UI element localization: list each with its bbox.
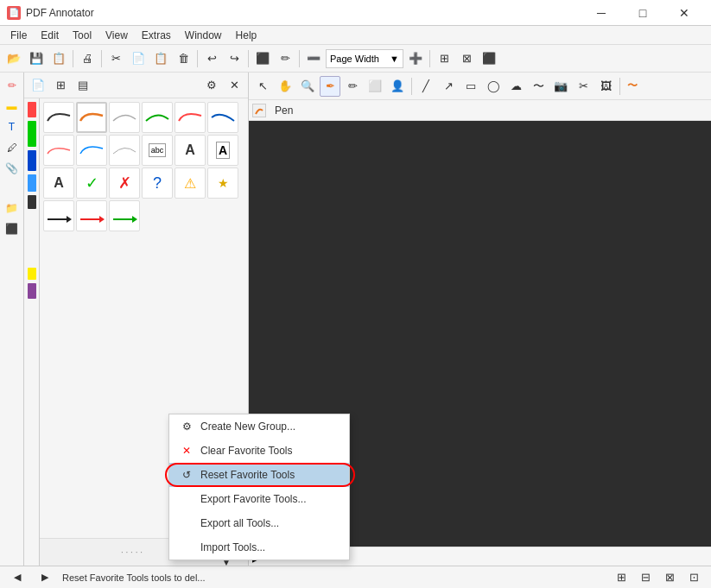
- status-icon3[interactable]: ⊠: [659, 567, 680, 588]
- status-icon1[interactable]: ⊞: [611, 567, 632, 588]
- fav-item-star[interactable]: ★: [207, 168, 238, 199]
- person-tool-button[interactable]: 👤: [387, 76, 408, 97]
- redo-button[interactable]: ↪: [224, 48, 244, 69]
- fav-item[interactable]: [76, 102, 107, 133]
- print-button[interactable]: 🖨: [77, 48, 98, 69]
- undo-button[interactable]: ↩: [201, 48, 222, 69]
- dropdown-clear-favorite-tools[interactable]: ✕ Clear Favorite Tools: [169, 439, 349, 463]
- panel-new-button[interactable]: 📄: [28, 75, 48, 96]
- fav-item[interactable]: [76, 135, 107, 166]
- ellipse-tool-button[interactable]: ◯: [483, 76, 504, 97]
- pen-swatch-red[interactable]: [28, 102, 36, 117]
- fav-item[interactable]: [43, 102, 74, 133]
- fav-item[interactable]: [109, 135, 140, 166]
- marker-button[interactable]: ✏: [275, 48, 295, 69]
- arrow-tool-button[interactable]: ↗: [438, 76, 459, 97]
- fav-item-arrow-black[interactable]: [43, 200, 74, 231]
- pen-swatch-purple[interactable]: [28, 283, 36, 299]
- select-tool-button[interactable]: ↖: [252, 76, 273, 97]
- open-button[interactable]: 📂: [3, 48, 24, 69]
- crop-tool-button[interactable]: ✂: [573, 76, 594, 97]
- fav-item[interactable]: [43, 135, 74, 166]
- page-width-label: Page Width: [330, 54, 379, 64]
- freeform-tool-button[interactable]: 〜: [528, 76, 549, 97]
- folder-icon[interactable]: 📁: [3, 199, 22, 218]
- image-tool-button[interactable]: 🖼: [595, 76, 616, 97]
- fav-item-textbox[interactable]: abc: [142, 135, 173, 166]
- paste-button[interactable]: 📋: [150, 48, 171, 69]
- fav-item-text-a-box[interactable]: A: [207, 135, 238, 166]
- menu-help[interactable]: Help: [229, 28, 264, 43]
- fav-item-check[interactable]: ✓: [76, 168, 107, 199]
- status-back-button[interactable]: ◀: [7, 567, 28, 588]
- pencil-tool-button[interactable]: ✏: [342, 76, 363, 97]
- hand-tool-button[interactable]: ✋: [275, 76, 295, 97]
- minimize-button[interactable]: ─: [581, 0, 621, 26]
- fav-item[interactable]: [175, 102, 206, 133]
- view1-button[interactable]: ⊞: [434, 48, 454, 69]
- fav-item-warning[interactable]: ⚠: [175, 168, 206, 199]
- pen-tool-button[interactable]: ✒: [320, 76, 340, 97]
- fav-item-text-bold[interactable]: A: [43, 168, 74, 199]
- menu-window[interactable]: Window: [178, 28, 229, 43]
- fav-item-cross[interactable]: ✗: [109, 168, 140, 199]
- pen-swatch-blue[interactable]: [28, 150, 36, 171]
- menu-file[interactable]: File: [3, 28, 34, 43]
- fav-item-arrow-red[interactable]: [76, 200, 107, 231]
- stamp-button[interactable]: ⬛: [252, 48, 273, 69]
- delete-button[interactable]: 🗑: [173, 48, 194, 69]
- close-button[interactable]: ✕: [664, 0, 704, 26]
- cut-button[interactable]: ✂: [105, 48, 126, 69]
- zoom-tool-button[interactable]: 🔍: [297, 76, 318, 97]
- save2-button[interactable]: 📋: [48, 48, 69, 69]
- dropdown-export-all-tools[interactable]: Export all Tools...: [169, 511, 349, 535]
- line-tool-button[interactable]: ╱: [416, 76, 436, 97]
- stamp-icon[interactable]: 🖊: [3, 138, 22, 157]
- view2-button[interactable]: ⊠: [456, 48, 477, 69]
- pen-swatch-yellow[interactable]: [28, 268, 36, 280]
- view3-button[interactable]: ⬛: [479, 48, 499, 69]
- panel-close-button[interactable]: ✕: [224, 75, 244, 96]
- text-icon[interactable]: T: [3, 117, 22, 136]
- attach-icon[interactable]: 📎: [3, 159, 22, 178]
- zoom-out-button[interactable]: ➖: [303, 48, 324, 69]
- panel-settings-button[interactable]: ⚙: [201, 75, 222, 96]
- fav-item[interactable]: [142, 102, 173, 133]
- status-right-icons: ⊞ ⊟ ⊠ ⊡: [611, 567, 704, 588]
- pen-icon[interactable]: ✏: [3, 76, 22, 95]
- status-icon2[interactable]: ⊟: [635, 567, 656, 588]
- menu-view[interactable]: View: [98, 28, 135, 43]
- dropdown-import-tools[interactable]: Import Tools...: [169, 535, 349, 560]
- pen-swatch-green[interactable]: [28, 121, 36, 147]
- camera-tool-button[interactable]: 📷: [550, 76, 571, 97]
- svg-marker-3: [99, 216, 105, 223]
- menu-edit[interactable]: Edit: [34, 28, 66, 43]
- dropdown-label: Export all Tools...: [200, 517, 279, 529]
- menu-extras[interactable]: Extras: [135, 28, 178, 43]
- panel-view2-button[interactable]: ▤: [73, 75, 93, 96]
- highlight-icon[interactable]: ▬: [3, 97, 22, 116]
- dropdown-reset-favorite-tools[interactable]: ↺ Reset Favorite Tools: [169, 463, 349, 487]
- save-button[interactable]: 💾: [26, 48, 47, 69]
- dropdown-create-new-group[interactable]: ⚙ Create New Group...: [169, 414, 349, 439]
- pen-swatch-lblue[interactable]: [28, 174, 36, 192]
- status-icon4[interactable]: ⊡: [683, 567, 704, 588]
- pen-indicator[interactable]: [252, 104, 266, 117]
- fav-item[interactable]: [207, 102, 238, 133]
- pen-swatch-dark[interactable]: [28, 195, 36, 209]
- fav-item[interactable]: [109, 102, 140, 133]
- menu-tool[interactable]: Tool: [66, 28, 98, 43]
- panel-view-button[interactable]: ⊞: [50, 75, 71, 96]
- zoom-in-button[interactable]: ➕: [405, 48, 426, 69]
- eraser-tool-button[interactable]: ⬜: [365, 76, 385, 97]
- status-fwd-button[interactable]: ▶: [35, 567, 55, 588]
- copy-button[interactable]: 📄: [128, 48, 149, 69]
- fav-item-arrow-green[interactable]: [109, 200, 140, 231]
- fav-item-text-a[interactable]: A: [175, 135, 206, 166]
- maximize-button[interactable]: □: [623, 0, 663, 26]
- cloud-tool-button[interactable]: ☁: [505, 76, 526, 97]
- dropdown-export-favorite-tools[interactable]: Export Favorite Tools...: [169, 487, 349, 511]
- rect-tool-button[interactable]: ▭: [460, 76, 481, 97]
- fav-item-question[interactable]: ?: [142, 168, 173, 199]
- layers-icon[interactable]: ⬛: [3, 219, 22, 238]
